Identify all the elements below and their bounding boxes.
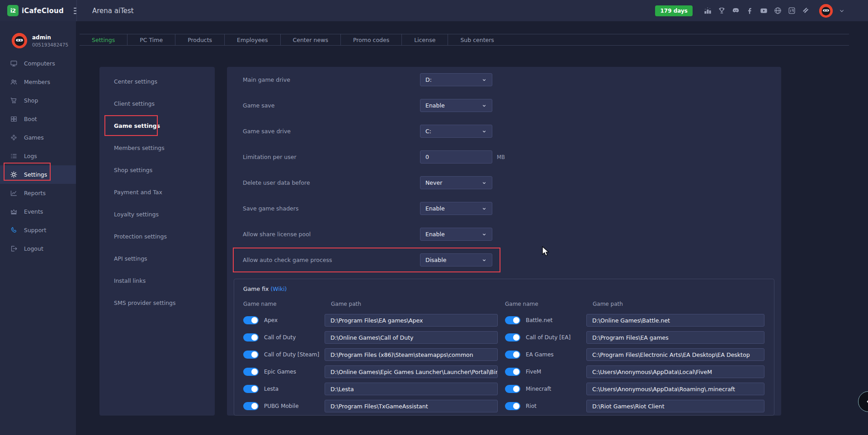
submenu-item-center-settings[interactable]: Center settings <box>99 70 215 93</box>
game-row-riot: Riot <box>505 402 586 410</box>
game-path-input-battle-net[interactable]: D:\Online Games\Battle.net <box>586 314 764 327</box>
slides-icon[interactable] <box>802 6 810 15</box>
toggle-call-of-duty[interactable] <box>243 333 259 341</box>
submenu-item-payment-and-tax[interactable]: Payment and Tax <box>99 181 215 203</box>
sidebar-item-label: Reports <box>24 190 46 196</box>
field-label: Limitation per user <box>243 154 420 160</box>
select-allow-auto-check-game-process[interactable]: Disable <box>420 253 492 267</box>
trophy-icon[interactable] <box>717 6 726 15</box>
select-game-save-drive[interactable]: C: <box>420 125 492 138</box>
gear-icon <box>10 171 18 178</box>
sidebar-item-games[interactable]: Games <box>0 128 76 147</box>
column-header-game-path: Game path <box>586 299 764 309</box>
game-path-input-pubg-mobile[interactable]: D:\Program Files\TxGameAssistant <box>325 400 498 412</box>
game-path-input-call-of-duty[interactable]: D:\Online Games\Call of Duty <box>325 331 498 344</box>
tab-promo-codes[interactable]: Promo codes <box>341 34 402 45</box>
sidebar-user-meta: admin 005193482475 <box>32 34 68 47</box>
sidebar-item-logout[interactable]: Logout <box>0 239 76 258</box>
icafecloud-mark-icon[interactable] <box>788 6 796 15</box>
game-path-input-apex[interactable]: D:\Program Files\EA games\Apex <box>325 314 498 327</box>
sidebar-item-computers[interactable]: Computers <box>0 54 76 73</box>
select-delete-user-data-before[interactable]: Never <box>420 176 492 189</box>
sidebar-item-support[interactable]: Support <box>0 221 76 239</box>
game-path-input-riot[interactable]: D:\Riot Games\Riot Client <box>586 400 764 412</box>
toggle-call-of-duty-steam[interactable] <box>243 351 259 359</box>
form-row-game-save: Game saveEnable <box>227 93 781 118</box>
sidebar-item-settings[interactable]: Settings <box>0 165 76 184</box>
toggle-apex[interactable] <box>243 316 259 324</box>
chevron-down-icon[interactable] <box>838 7 845 14</box>
sidebar-item-label: Events <box>24 208 43 215</box>
toggle-call-of-duty-ea[interactable] <box>505 333 520 341</box>
game-name-label: Call of Duty <box>264 334 296 341</box>
column-header-game-path: Game path <box>325 299 498 309</box>
collapse-panel-button[interactable] <box>858 391 868 412</box>
sidebar-item-members[interactable]: Members <box>0 73 76 91</box>
game-path-input-fivem[interactable]: C:\Users\Anonymous\AppData\Local\FiveM <box>586 365 764 378</box>
select-save-game-shaders[interactable]: Enable <box>420 202 492 215</box>
list-icon <box>10 152 18 160</box>
facebook-icon[interactable] <box>745 6 754 15</box>
tab-employees[interactable]: Employees <box>225 34 280 45</box>
field-label: Allow share license pool <box>243 231 420 238</box>
submenu-item-members-settings[interactable]: Members settings <box>99 137 215 159</box>
sidebar-item-boot[interactable]: Boot <box>0 110 76 128</box>
user-avatar[interactable] <box>819 4 833 18</box>
tab-pc-time[interactable]: PC Time <box>127 34 175 45</box>
tab-center-news[interactable]: Center news <box>281 34 341 45</box>
sidebar-item-logs[interactable]: Logs <box>0 147 76 165</box>
discord-icon[interactable] <box>731 6 740 15</box>
sidebar-item-label: Computers <box>24 60 55 67</box>
sidebar-item-label: Logs <box>24 153 37 159</box>
toggle-epic-games[interactable] <box>243 368 259 376</box>
menu-toggle-button[interactable] <box>74 8 76 14</box>
toggle-battle-net[interactable] <box>505 316 520 324</box>
license-days-badge[interactable]: 179 days <box>655 5 693 16</box>
sidebar-item-shop[interactable]: Shop <box>0 91 76 110</box>
submenu-item-game-settings[interactable]: Game settings <box>99 115 215 137</box>
sidebar-item-reports[interactable]: Reports <box>0 184 76 202</box>
toggle-lesta[interactable] <box>243 385 259 393</box>
select-allow-share-license-pool[interactable]: Enable <box>420 228 492 241</box>
toggle-ea-games[interactable] <box>505 351 520 359</box>
toggle-pubg-mobile[interactable] <box>243 402 259 410</box>
submenu-item-client-settings[interactable]: Client settings <box>99 93 215 115</box>
game-path-input-epic-games[interactable]: D:\Online Games\Epic Games Launcher\Laun… <box>325 365 498 378</box>
select-value: Enable <box>425 231 445 238</box>
toggle-fivem[interactable] <box>505 368 520 376</box>
game-row-call-of-duty-ea: Call of Duty [EA] <box>505 333 586 341</box>
globe-icon[interactable] <box>774 6 782 15</box>
brand-name: iCafeCloud <box>22 7 64 15</box>
tab-sub-centers[interactable]: Sub centers <box>448 34 506 45</box>
icafecloud-logo-icon: i2 <box>7 5 19 16</box>
user-name: admin <box>32 34 68 41</box>
select-main-game-drive[interactable]: D: <box>420 73 492 86</box>
tab-settings[interactable]: Settings <box>80 34 127 45</box>
game-row-battle-net: Battle.net <box>505 316 586 324</box>
header-icons <box>703 6 810 15</box>
tab-license[interactable]: License <box>402 34 448 45</box>
game-path-input-call-of-duty-ea[interactable]: D:\Program Files\EA games <box>586 331 764 344</box>
game-path-input-minecraft[interactable]: C:\Users\Anonymous\AppData\Roaming\.mine… <box>586 383 764 395</box>
submenu-item-protection-settings[interactable]: Protection settings <box>99 225 215 248</box>
submenu-item-install-links[interactable]: Install links <box>99 270 215 292</box>
youtube-icon[interactable] <box>760 6 768 15</box>
submenu-item-loyalty-settings[interactable]: Loyalty settings <box>99 203 215 225</box>
sidebar-user-avatar[interactable] <box>12 33 27 48</box>
game-path-input-ea-games[interactable]: C:\Program Files\Electronic Arts\EA Desk… <box>586 348 764 361</box>
sidebar-item-label: Games <box>24 134 44 141</box>
input-limitation-per-user[interactable]: 0 <box>420 150 492 164</box>
wiki-link[interactable]: (Wiki) <box>270 285 287 292</box>
sidebar-item-events[interactable]: Events <box>0 202 76 221</box>
submenu-item-shop-settings[interactable]: Shop settings <box>99 159 215 181</box>
tab-products[interactable]: Products <box>175 34 225 45</box>
submenu-item-api-settings[interactable]: API settings <box>99 248 215 270</box>
game-path-input-lesta[interactable]: D:\Lesta <box>325 383 498 395</box>
toggle-riot[interactable] <box>505 402 520 410</box>
game-path-input-call-of-duty-steam[interactable]: D:\Program Files (x86)\Steam\steamapps\c… <box>325 348 498 361</box>
user-id: 005193482475 <box>32 42 68 47</box>
toggle-minecraft[interactable] <box>505 385 520 393</box>
submenu-item-sms-provider-settings[interactable]: SMS provider settings <box>99 292 215 314</box>
select-game-save[interactable]: Enable <box>420 99 492 112</box>
ranking-icon[interactable] <box>703 6 712 15</box>
